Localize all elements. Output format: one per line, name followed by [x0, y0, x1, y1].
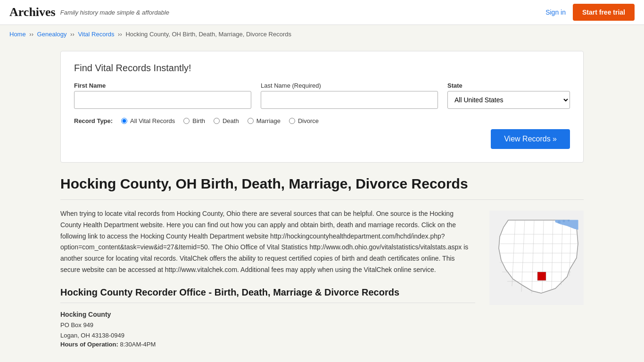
- section-header: Hocking County Recorder Office - Birth, …: [60, 287, 475, 303]
- office-address-1: PO Box 949: [60, 320, 475, 330]
- ohio-map: [489, 208, 584, 348]
- hours-label: Hours of Operation:: [60, 341, 118, 348]
- breadcrumb-home[interactable]: Home: [9, 31, 26, 38]
- svg-point-15: [563, 220, 565, 222]
- radio-birth[interactable]: Birth: [183, 117, 205, 124]
- first-name-label: First Name: [74, 82, 251, 89]
- state-group: State All United States Alabama Ohio: [447, 82, 570, 109]
- radio-all[interactable]: All Vital Records: [121, 117, 175, 124]
- record-type-label: Record Type:: [74, 117, 113, 124]
- office-name: Hocking County: [60, 311, 475, 318]
- search-title: Find Vital Records Instantly!: [74, 63, 570, 74]
- content-text: When trying to locate vital records from…: [60, 208, 475, 348]
- site-tagline: Family history made simple & affordable: [60, 9, 169, 16]
- breadcrumb-genealogy[interactable]: Genealogy: [37, 31, 67, 38]
- main-content: Find Vital Records Instantly! First Name…: [51, 51, 593, 362]
- search-box: Find Vital Records Instantly! First Name…: [60, 51, 584, 163]
- radio-marriage[interactable]: Marriage: [248, 117, 281, 124]
- hours-value: 8:30AM-4PM: [120, 341, 156, 348]
- svg-point-14: [558, 221, 561, 223]
- site-logo: Archives: [9, 5, 56, 19]
- page-title: Hocking County, OH Birth, Death, Marriag…: [60, 176, 584, 200]
- state-label: State: [447, 82, 570, 89]
- ohio-map-svg: [489, 211, 584, 305]
- start-trial-button[interactable]: Start free trial: [573, 4, 635, 21]
- last-name-label: Last Name (Required): [261, 82, 438, 89]
- office-hours: Hours of Operation: 8:30AM-4PM: [60, 341, 475, 348]
- first-name-group: First Name: [74, 82, 251, 109]
- sign-in-link[interactable]: Sign in: [545, 8, 566, 16]
- last-name-group: Last Name (Required): [261, 82, 438, 109]
- last-name-input[interactable]: [261, 91, 438, 109]
- breadcrumb-vital-records[interactable]: Vital Records: [78, 31, 114, 38]
- radio-death[interactable]: Death: [214, 117, 239, 124]
- form-row: First Name Last Name (Required) State Al…: [74, 82, 570, 109]
- header-left: Archives Family history made simple & af…: [9, 5, 169, 19]
- view-btn-row: View Records »: [74, 129, 570, 149]
- state-select[interactable]: All United States Alabama Ohio: [447, 91, 570, 109]
- site-header: Archives Family history made simple & af…: [0, 0, 644, 25]
- content-area: When trying to locate vital records from…: [60, 208, 584, 348]
- breadcrumb-current: Hocking County, OH Birth, Death, Marriag…: [125, 31, 291, 38]
- radio-divorce[interactable]: Divorce: [289, 117, 319, 124]
- office-address-2: Logan, OH 43138-0949: [60, 330, 475, 341]
- record-type-row: Record Type: All Vital Records Birth Dea…: [74, 117, 570, 124]
- view-records-button[interactable]: View Records »: [491, 129, 570, 149]
- svg-point-16: [568, 220, 570, 222]
- first-name-input[interactable]: [74, 91, 251, 109]
- svg-rect-17: [537, 272, 546, 280]
- map-container: [489, 211, 584, 305]
- header-right: Sign in Start free trial: [545, 4, 635, 21]
- description: When trying to locate vital records from…: [60, 208, 475, 276]
- breadcrumb: Home ›› Genealogy ›› Vital Records ›› Ho…: [0, 25, 644, 43]
- office-address: PO Box 949 Logan, OH 43138-0949: [60, 320, 475, 341]
